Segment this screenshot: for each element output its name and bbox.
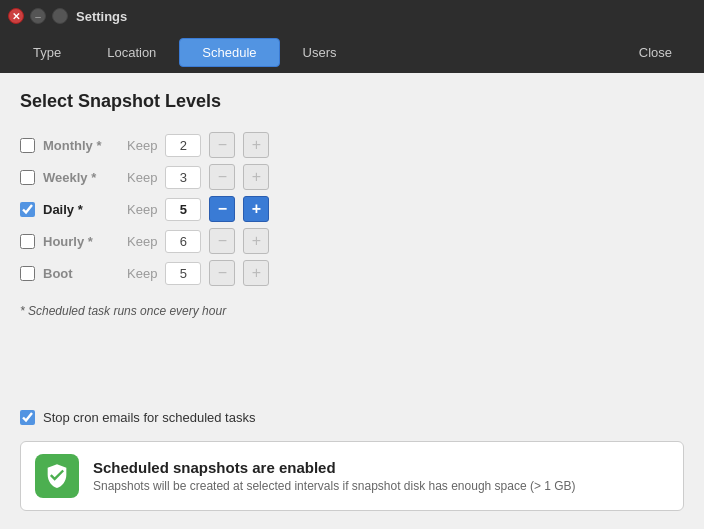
row-hourly: Hourly * Keep 6 − + [20,228,684,254]
daily-label: Daily * [43,202,115,217]
tab-users[interactable]: Users [280,38,360,67]
monthly-checkbox[interactable] [20,138,35,153]
weekly-increment[interactable]: + [243,164,269,190]
monthly-keep-label: Keep [127,138,157,153]
window-minimize-button[interactable]: – [30,8,46,24]
schedule-note: * Scheduled task runs once every hour [20,304,684,318]
hourly-checkbox[interactable] [20,234,35,249]
daily-increment[interactable]: + [243,196,269,222]
hourly-checkbox-wrap[interactable] [20,234,35,249]
boot-keep-label: Keep [127,266,157,281]
info-text-block: Scheduled snapshots are enabled Snapshot… [93,459,576,493]
boot-increment[interactable]: + [243,260,269,286]
row-daily: Daily * Keep 5 − + [20,196,684,222]
hourly-value: 6 [165,230,201,253]
row-weekly: Weekly * Keep 3 − + [20,164,684,190]
weekly-checkbox[interactable] [20,170,35,185]
daily-value: 5 [165,198,201,221]
info-subtitle: Snapshots will be created at selected in… [93,479,576,493]
window-controls: ✕ – [8,8,68,24]
row-boot: Boot Keep 5 − + [20,260,684,286]
daily-decrement[interactable]: − [209,196,235,222]
title-bar: ✕ – Settings [0,0,704,32]
hourly-keep-label: Keep [127,234,157,249]
monthly-checkbox-wrap[interactable] [20,138,35,153]
monthly-decrement[interactable]: − [209,132,235,158]
section-title: Select Snapshot Levels [20,91,684,112]
window-title: Settings [76,9,127,24]
boot-decrement[interactable]: − [209,260,235,286]
monthly-label: Monthly * [43,138,115,153]
row-monthly: Monthly * Keep 2 − + [20,132,684,158]
snapshot-levels-section: Monthly * Keep 2 − + Weekly * Keep 3 − +… [20,132,684,288]
window-restore-button[interactable] [52,8,68,24]
info-title: Scheduled snapshots are enabled [93,459,576,476]
weekly-label: Weekly * [43,170,115,185]
tab-location[interactable]: Location [84,38,179,67]
tab-schedule[interactable]: Schedule [179,38,279,67]
hourly-decrement[interactable]: − [209,228,235,254]
cron-row: Stop cron emails for scheduled tasks [20,410,684,425]
daily-checkbox[interactable] [20,202,35,217]
boot-checkbox[interactable] [20,266,35,281]
main-content: Select Snapshot Levels Monthly * Keep 2 … [0,73,704,529]
monthly-increment[interactable]: + [243,132,269,158]
daily-checkbox-wrap[interactable] [20,202,35,217]
tab-bar: Type Location Schedule Users Close [0,32,704,73]
hourly-increment[interactable]: + [243,228,269,254]
weekly-keep-label: Keep [127,170,157,185]
tab-type[interactable]: Type [10,38,84,67]
hourly-label: Hourly * [43,234,115,249]
close-window-button[interactable]: Close [617,39,694,66]
info-box: Scheduled snapshots are enabled Snapshot… [20,441,684,511]
boot-checkbox-wrap[interactable] [20,266,35,281]
shield-icon [35,454,79,498]
boot-value: 5 [165,262,201,285]
boot-label: Boot [43,266,115,281]
cron-checkbox-wrap[interactable] [20,410,35,425]
cron-checkbox[interactable] [20,410,35,425]
cron-label: Stop cron emails for scheduled tasks [43,410,255,425]
weekly-decrement[interactable]: − [209,164,235,190]
monthly-value: 2 [165,134,201,157]
daily-keep-label: Keep [127,202,157,217]
weekly-value: 3 [165,166,201,189]
weekly-checkbox-wrap[interactable] [20,170,35,185]
window-close-button[interactable]: ✕ [8,8,24,24]
